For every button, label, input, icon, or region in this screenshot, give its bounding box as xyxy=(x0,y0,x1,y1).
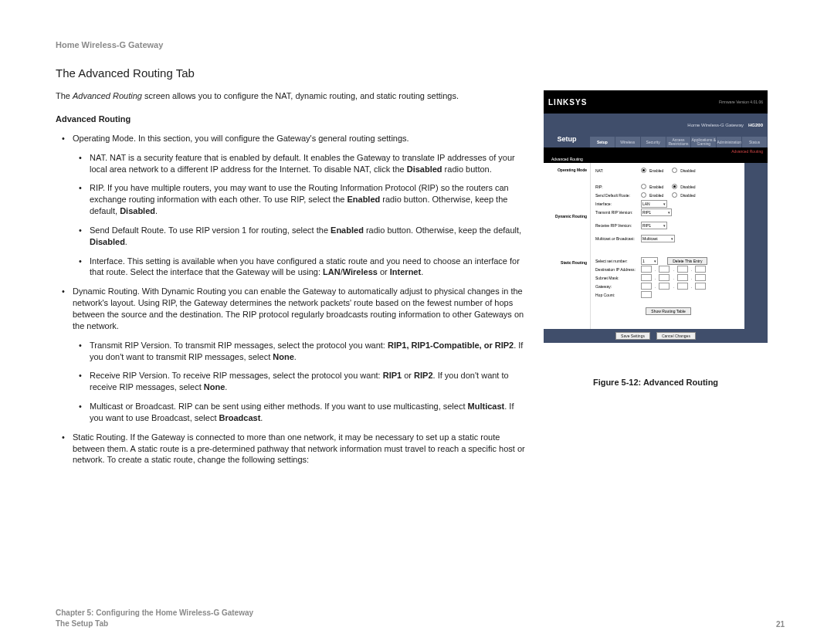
intro-rest: screen allows you to configure the NAT, … xyxy=(142,91,459,100)
bullet-list: Operating Mode. In this section, you wil… xyxy=(56,133,527,466)
two-column-layout: The Advanced Routing screen allows you t… xyxy=(56,90,785,473)
chevron-down-icon: ▾ xyxy=(663,223,666,228)
destip-label: Destination IP Address: xyxy=(595,267,638,272)
save-settings-button[interactable]: Save Settings xyxy=(615,332,650,340)
running-header: Home Wireless-G Gateway xyxy=(56,40,785,49)
item-text: Dynamic Routing. With Dynamic Routing yo… xyxy=(73,286,524,330)
ip-octet-input[interactable] xyxy=(695,274,706,281)
page-title: The Advanced Routing Tab xyxy=(56,66,785,80)
router-title-bar: Setup Home Wireless-G Gateway HG200 Setu… xyxy=(544,114,768,147)
ip-octet-input[interactable] xyxy=(677,274,688,281)
page-footer: Chapter 5: Configuring the Home Wireless… xyxy=(56,608,785,629)
delete-entry-button[interactable]: Delete This Entry xyxy=(667,257,707,265)
nat-disabled-radio[interactable] xyxy=(672,168,677,173)
main-tabs: Setup Wireless Security Access Restricti… xyxy=(590,137,768,147)
figure-caption: Figure 5-12: Advanced Routing xyxy=(544,378,768,387)
tab-security[interactable]: Security xyxy=(641,137,666,147)
document-page: Home Wireless-G Gateway The Advanced Rou… xyxy=(0,0,834,644)
nat-label: NAT: xyxy=(595,168,638,173)
iface-label: Interface: xyxy=(595,202,638,206)
rxrip-label: Receive RIP Version: xyxy=(595,223,638,228)
router-admin-screenshot: LINKSYS Firmware Version 4.01.06 Setup H… xyxy=(544,90,768,370)
router-footer: Save Settings Cancel Changes xyxy=(544,329,768,343)
router-form: NAT:Enabled Disabled RIP:Enabled Disable… xyxy=(590,163,744,329)
ip-octet-input[interactable] xyxy=(677,283,688,290)
mcast-label: Multicast or Broadcast: xyxy=(595,236,638,241)
side-dynroute: Dynamic Routing xyxy=(544,212,590,220)
rxrip-select[interactable]: RIP1▾ xyxy=(641,222,667,229)
list-item: Operating Mode. In this section, you wil… xyxy=(56,133,527,278)
rip-disabled-radio[interactable] xyxy=(672,184,677,189)
rip-enabled-radio[interactable] xyxy=(641,184,646,189)
ip-octet-input[interactable] xyxy=(677,266,688,273)
ip-octet-input[interactable] xyxy=(695,266,706,273)
nat-enabled-radio[interactable] xyxy=(641,168,646,173)
router-body: Operating Mode Dynamic Routing Static Ro… xyxy=(544,163,768,329)
chevron-down-icon: ▾ xyxy=(663,202,666,206)
setup-heading: Setup xyxy=(544,114,590,147)
ip-octet-input[interactable] xyxy=(659,274,670,281)
ip-octet-input[interactable] xyxy=(641,283,652,290)
section-subhead: Advanced Routing xyxy=(56,114,527,124)
chevron-down-icon: ▾ xyxy=(654,259,656,263)
list-item: Receive RIP Version. To receive RIP mess… xyxy=(73,370,527,393)
show-routing-table-button[interactable]: Show Routing Table xyxy=(646,307,690,315)
sdr-label: Send Default Route: xyxy=(595,193,638,198)
ip-octet-input[interactable] xyxy=(659,266,670,273)
tab-setup[interactable]: Setup xyxy=(590,137,615,147)
footer-left: Chapter 5: Configuring the Home Wireless… xyxy=(56,608,253,629)
list-item: Interface. This setting is available whe… xyxy=(73,256,527,279)
rip-label: RIP: xyxy=(595,185,638,189)
section-label: Advanced Routing xyxy=(544,155,768,163)
list-item: RIP. If you have multiple routers, you m… xyxy=(73,182,527,217)
tab-status[interactable]: Status xyxy=(742,137,768,147)
txrip-select[interactable]: RIP1▾ xyxy=(641,208,672,216)
figure-column: LINKSYS Firmware Version 4.01.06 Setup H… xyxy=(544,90,768,473)
list-item: NAT. NAT is a security feature that is e… xyxy=(73,152,527,175)
list-item: Static Routing. If the Gateway is connec… xyxy=(56,432,527,466)
txrip-label: Transmit RIP Version: xyxy=(595,210,638,215)
model-code: HG200 xyxy=(748,123,763,127)
list-item: Transmit RIP Version. To transmit RIP me… xyxy=(73,340,527,363)
text-column: The Advanced Routing screen allows you t… xyxy=(56,90,527,473)
intro-paragraph: The Advanced Routing screen allows you t… xyxy=(56,90,527,102)
router-top-bar: LINKSYS Firmware Version 4.01.06 xyxy=(544,90,768,114)
sdr-disable-radio[interactable] xyxy=(672,192,677,198)
tab-admin[interactable]: Administration xyxy=(717,137,742,147)
page-number: 21 xyxy=(776,620,785,629)
tab-apps[interactable]: Applications & Gaming xyxy=(691,137,717,147)
linksys-logo: LINKSYS xyxy=(548,98,587,107)
list-item: Send Default Route. To use RIP version 1… xyxy=(73,225,527,248)
intro-emphasis: Advanced Routing xyxy=(73,91,142,100)
list-item: Dynamic Routing. With Dynamic Routing yo… xyxy=(56,286,527,423)
item-text: Static Routing. If the Gateway is connec… xyxy=(73,432,525,465)
side-statroute: Static Routing xyxy=(544,259,590,266)
hop-label: Hop Count: xyxy=(595,293,638,297)
intro-prefix: The xyxy=(56,91,73,100)
subnet-label: Subnet Mask: xyxy=(595,276,638,280)
cancel-changes-button[interactable]: Cancel Changes xyxy=(656,332,696,340)
selset-select[interactable]: 1▾ xyxy=(641,257,658,265)
model-text: Home Wireless-G Gateway xyxy=(687,123,744,127)
side-opmode: Operating Mode xyxy=(544,166,590,174)
tab-wireless[interactable]: Wireless xyxy=(615,137,641,147)
sub-list: NAT. NAT is a security feature that is e… xyxy=(73,152,527,279)
chevron-down-icon: ▾ xyxy=(671,236,673,241)
sdr-enable-radio[interactable] xyxy=(641,192,646,198)
side-labels: Operating Mode Dynamic Routing Static Ro… xyxy=(544,163,590,329)
hop-input[interactable] xyxy=(641,291,652,298)
selset-label: Select set number: xyxy=(595,259,638,263)
interface-select[interactable]: LAN▾ xyxy=(641,200,667,208)
subtab-row[interactable]: Advanced Routing xyxy=(544,147,768,155)
ip-octet-input[interactable] xyxy=(695,283,706,290)
mcast-select[interactable]: Multicast▾ xyxy=(641,235,675,242)
footer-chapter: Chapter 5: Configuring the Home Wireless… xyxy=(56,608,253,619)
router-screenshot-figure: LINKSYS Firmware Version 4.01.06 Setup H… xyxy=(544,90,768,387)
ip-octet-input[interactable] xyxy=(641,274,652,281)
tab-access[interactable]: Access Restrictions xyxy=(666,137,692,147)
sub-list: Transmit RIP Version. To transmit RIP me… xyxy=(73,340,527,424)
footer-section: The Setup Tab xyxy=(56,619,253,629)
ip-octet-input[interactable] xyxy=(659,283,670,290)
ip-octet-input[interactable] xyxy=(641,266,652,273)
list-item: Multicast or Broadcast. RIP can be sent … xyxy=(73,401,527,424)
